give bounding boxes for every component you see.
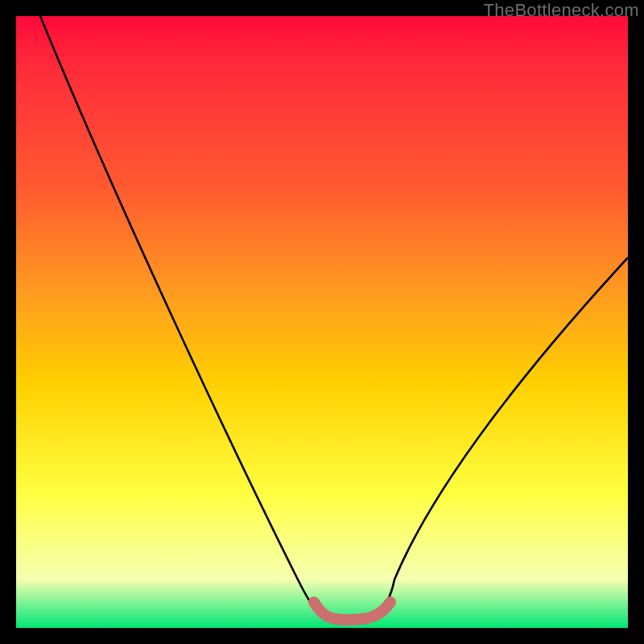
chart-frame: TheBottleneck.com bbox=[0, 0, 644, 644]
bottleneck-highlight bbox=[314, 602, 390, 620]
chart-plot-area bbox=[16, 16, 628, 628]
chart-svg bbox=[16, 16, 628, 628]
bottleneck-curve bbox=[40, 16, 628, 618]
